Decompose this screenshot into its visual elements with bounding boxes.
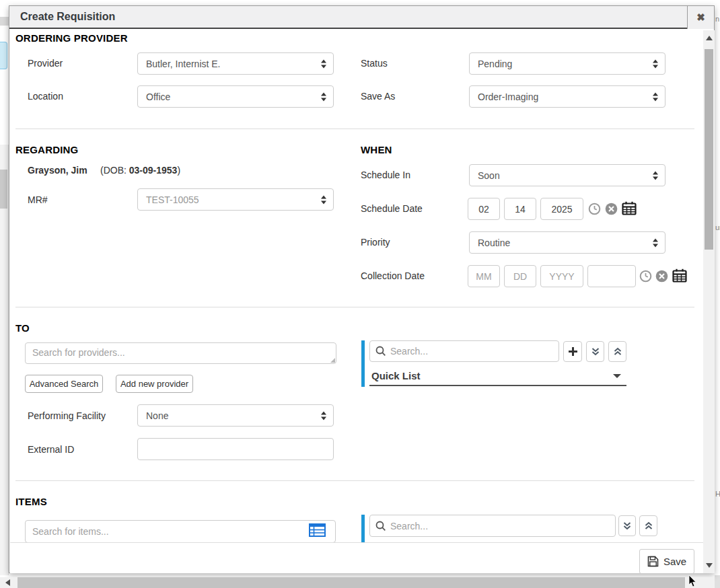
schedule-date-clear-icon[interactable] [605,203,618,215]
quick-list-header[interactable]: Quick List [371,370,421,381]
external-id-input[interactable] [137,438,334,460]
collection-date-label: Collection Date [361,270,425,281]
vertical-scrollbar[interactable] [703,30,715,573]
collection-date-clear-icon[interactable] [655,270,668,283]
close-button[interactable]: ✖ [687,6,714,29]
provider-search-field [25,342,336,364]
mr-label: MR# [28,194,48,205]
search-icon [375,346,386,357]
background-text-fragment: ur [715,223,720,231]
status-select[interactable]: Pending [469,52,665,75]
performing-facility-label: Performing Facility [28,410,106,421]
chevron-double-down-icon [622,521,632,531]
background-ui-fragment [0,170,7,209]
schedule-date-time-icon[interactable] [588,203,601,215]
save-button[interactable]: Save [639,549,694,574]
section-heading-ordering-provider: ORDERING PROVIDER [15,32,128,44]
location-select-value: Office [146,91,170,102]
select-caret-icon [653,92,658,101]
item-search-input[interactable] [25,520,336,543]
provider-label: Provider [28,58,63,69]
items-quick-search-field [369,515,616,537]
schedule-date-calendar-icon[interactable] [622,201,637,215]
performing-facility-select[interactable]: None [137,404,334,427]
to-quick-search-field [369,340,559,362]
scroll-up-arrow-icon[interactable] [706,36,713,40]
to-quick-search-input[interactable] [390,346,553,357]
plus-icon [568,346,578,357]
patient-dob: (DOB: 03-09-1953) [100,165,180,176]
section-heading-regarding: REGARDING [15,144,78,155]
dialog-footer: Save [10,542,704,573]
quick-list-underline [369,385,626,386]
collection-time-input[interactable] [587,265,636,287]
items-quick-search-input[interactable] [390,521,610,531]
select-caret-icon [321,59,326,68]
select-caret-icon [321,92,326,101]
dob-value: 03-09-1953 [129,165,178,176]
chevron-down-icon[interactable] [613,374,621,378]
quick-panel-accent-bar [361,340,365,387]
provider-search-input[interactable] [25,342,336,364]
search-icon [375,521,386,531]
patient-name: Grayson, Jim [28,165,87,176]
resize-grip-icon[interactable] [330,358,335,363]
save-as-select-value: Order-Imaging [478,91,538,102]
section-divider [15,480,694,481]
horizontal-scrollbar[interactable] [0,577,715,588]
select-caret-icon [653,171,658,180]
save-as-label: Save As [361,91,395,102]
location-label: Location [28,91,63,102]
collection-date-year-input[interactable] [540,265,583,287]
collection-date-time-icon[interactable] [639,270,652,283]
scroll-down-arrow-icon[interactable] [706,563,713,568]
priority-select[interactable]: Routine [469,231,665,254]
save-as-select[interactable]: Order-Imaging [469,85,665,108]
section-heading-to: TO [15,322,30,334]
section-divider [15,128,694,129]
add-new-provider-button[interactable]: Add new provider [116,375,193,393]
collapse-all-button[interactable] [639,515,657,536]
select-caret-icon [321,195,326,204]
collection-date-month-input[interactable] [468,265,500,287]
vertical-scrollbar-thumb[interactable] [705,49,713,250]
expand-all-button[interactable] [586,341,604,362]
select-caret-icon [653,59,658,68]
close-icon: ✖ [696,11,705,24]
create-requisition-dialog: Create Requisition ✖ ORDERING PROVIDER P… [9,5,715,573]
expand-all-button[interactable] [618,515,636,536]
provider-select-value: Butler, Internist E. [146,59,221,69]
provider-select[interactable]: Butler, Internist E. [137,52,334,75]
advanced-search-button[interactable]: Advanced Search [25,375,103,393]
collapse-all-button[interactable] [608,341,626,362]
save-button-label: Save [663,556,686,567]
collection-date-calendar-icon[interactable] [672,268,687,283]
collection-date-day-input[interactable] [504,265,536,287]
schedule-date-year-input[interactable] [540,198,583,220]
schedule-date-month-input[interactable] [468,198,500,220]
mr-select-value: TEST-10055 [146,194,199,205]
performing-facility-select-value: None [146,410,168,421]
page: n ur H Create Requisition ✖ ORDERING PRO… [0,0,720,588]
priority-select-value: Routine [478,237,510,248]
dob-suffix: ) [177,165,180,176]
background-text-fragment: H [715,490,720,498]
scroll-left-arrow-icon[interactable] [5,579,10,586]
schedule-in-label: Schedule In [361,170,410,180]
add-provider-quick-button[interactable] [563,341,582,362]
dialog-header: Create Requisition ✖ [9,6,714,29]
dialog-title: Create Requisition [20,11,115,23]
item-list-table-icon[interactable] [309,523,326,537]
status-select-value: Pending [478,59,512,69]
section-heading-when: WHEN [361,144,392,155]
schedule-in-select-value: Soon [478,170,500,181]
select-caret-icon [653,238,658,247]
background-ui-fragment [0,145,9,575]
schedule-date-day-input[interactable] [504,198,536,220]
location-select[interactable]: Office [137,85,334,108]
select-caret-icon [321,411,326,420]
mr-select[interactable]: TEST-10055 [137,188,334,211]
priority-label: Priority [361,237,390,248]
schedule-in-select[interactable]: Soon [469,164,665,186]
horizontal-scrollbar-thumb[interactable] [17,577,685,588]
